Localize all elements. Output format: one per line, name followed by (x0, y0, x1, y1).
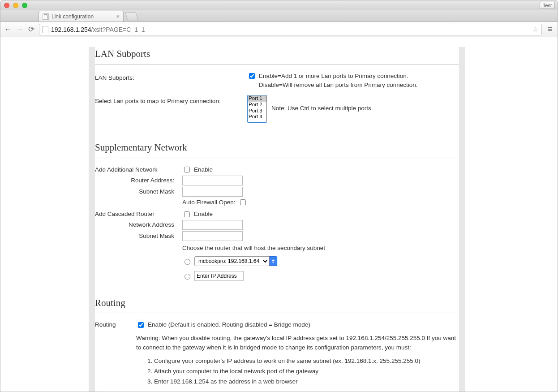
lan-ports-select[interactable]: Port 1 Port 2 Port 3 Port 4 (247, 95, 267, 123)
tab-strip: Link configuration × (0, 10, 558, 22)
new-tab-button[interactable] (125, 12, 138, 20)
routing-note: Note: When routing is disabled, NAT and … (136, 391, 459, 392)
reload-button[interactable]: ⟳ (27, 25, 35, 34)
host-select[interactable]: mcbookpro: 192.168.1.64 (194, 256, 269, 266)
enter-ip-input[interactable] (194, 271, 244, 281)
forward-button[interactable]: → (16, 25, 24, 34)
auto-firewall-checkbox[interactable] (240, 199, 246, 205)
test-button[interactable]: Test (540, 2, 555, 9)
routing-label: Routing (95, 320, 136, 329)
routing-step: Attach your computer to the local networ… (154, 367, 459, 376)
routing-step: Enter 192.168.1.254 as the address in a … (154, 377, 459, 386)
add-additional-enable-checkbox[interactable] (184, 167, 190, 172)
right-gutter (459, 47, 465, 392)
bookmark-star-icon[interactable]: ☆ (532, 25, 539, 34)
tab-active[interactable]: Link configuration × (39, 11, 124, 22)
rule (95, 158, 459, 158)
add-additional-label: Add Additional Network (95, 165, 182, 174)
tab-close-icon[interactable]: × (116, 13, 120, 19)
ports-note: Note: Use Ctrl to select multiple ports. (271, 95, 373, 113)
host-select-radio[interactable] (185, 259, 190, 265)
routing-enable-checkbox[interactable] (138, 322, 144, 328)
subnet-mask-label-2: Subnet Mask (95, 232, 182, 241)
address-bar[interactable]: 192.168.1.254/xslt?PAGE=C_1_1 ☆ (39, 24, 542, 35)
choose-router-text: Choose the router that will host the sec… (182, 244, 325, 253)
add-cascaded-label: Add Cascaded Router (95, 210, 182, 219)
router-address-label: Router Address: (95, 176, 182, 185)
lan-subports-label: LAN Subports: (95, 72, 247, 82)
select-ports-label: Select Lan ports to map to Primary conne… (95, 95, 247, 106)
enable-label: Enable (194, 165, 213, 174)
auto-firewall-label: Auto Firewall Open: (182, 198, 236, 207)
rule (95, 313, 459, 313)
port-option[interactable]: Port 2 (248, 102, 266, 108)
close-window-button[interactable] (4, 3, 9, 8)
page-favicon-icon (43, 13, 49, 20)
routing-steps: Configure your computer's IP address to … (146, 357, 459, 387)
rule (95, 64, 459, 65)
traffic-lights (4, 3, 27, 8)
zoom-window-button[interactable] (22, 3, 27, 8)
host-select-wrap: mcbookpro: 192.168.1.64 (194, 256, 277, 266)
lan-subports-heading: LAN Subports (95, 47, 459, 61)
select-arrows-icon (269, 256, 277, 266)
routing-heading: Routing (95, 296, 459, 310)
subnet-mask-input-2[interactable] (182, 231, 243, 241)
router-address-input[interactable] (182, 176, 243, 185)
left-gutter (89, 47, 95, 392)
network-address-label: Network Address (95, 220, 182, 229)
port-option[interactable]: Port 3 (248, 108, 266, 114)
enable-label: Enable (194, 210, 213, 219)
subnet-mask-input-1[interactable] (182, 187, 243, 197)
tab-title: Link configuration (52, 13, 94, 20)
routing-step: Configure your computer's IP address to … (154, 357, 459, 366)
lan-subports-enable-checkbox[interactable] (249, 73, 255, 79)
add-cascaded-enable-checkbox[interactable] (184, 211, 190, 217)
enter-ip-radio[interactable] (185, 274, 190, 280)
lan-enable-text: Enable=Add 1 or more Lan ports to Primar… (259, 72, 418, 81)
subnet-mask-label-1: Subnet Mask (95, 187, 182, 196)
page-viewport[interactable]: LAN Subports LAN Subports: Enable=Add 1 … (0, 37, 558, 392)
window-titlebar: Test (0, 0, 558, 10)
port-option[interactable]: Port 4 (248, 114, 266, 120)
routing-enable-text: Enable (Default is enabled. Routing disa… (148, 320, 310, 329)
page-content: LAN Subports LAN Subports: Enable=Add 1 … (95, 47, 459, 392)
url-text: 192.168.1.254/xslt?PAGE=C_1_1 (51, 26, 145, 33)
back-button[interactable]: ← (4, 25, 12, 34)
hamburger-menu-icon[interactable]: ≡ (545, 25, 554, 34)
network-address-input[interactable] (182, 220, 243, 230)
minimize-window-button[interactable] (13, 3, 18, 8)
browser-window: Test Link configuration × ← → ⟳ 192.168.… (0, 0, 558, 392)
supplementary-heading: Supplementary Network (95, 141, 459, 155)
page-icon (42, 26, 48, 33)
port-option[interactable]: Port 1 (248, 95, 266, 102)
browser-toolbar: ← → ⟳ 192.168.1.254/xslt?PAGE=C_1_1 ☆ ≡ (0, 22, 558, 37)
routing-warning: Warning: When you disable routing, the g… (136, 334, 459, 352)
lan-disable-text: Disable=Will remove all Lan ports from P… (259, 81, 418, 90)
